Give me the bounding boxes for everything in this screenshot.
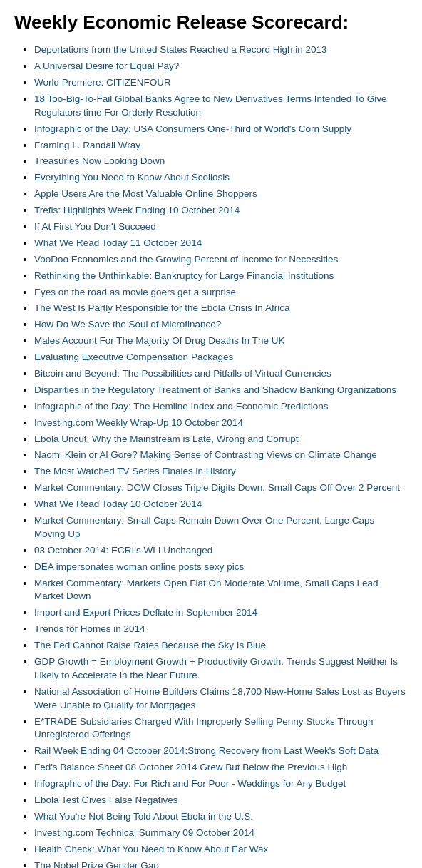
list-item: 03 October 2014: ECRI's WLI Unchanged bbox=[34, 544, 408, 558]
article-link[interactable]: Rethinking the Unthinkable: Bankruptcy f… bbox=[34, 270, 334, 281]
article-link[interactable]: Ebola Uncut: Why the Mainstream is Late,… bbox=[34, 434, 298, 444]
article-link[interactable]: The Nobel Prize Gender Gap bbox=[34, 860, 159, 868]
list-item: Import and Export Prices Deflate in Sept… bbox=[34, 606, 408, 620]
list-item: Eyes on the road as movie goers get a su… bbox=[34, 286, 408, 300]
list-item: E*TRADE Subsidiaries Charged With Improp… bbox=[34, 715, 408, 742]
article-link[interactable]: DEA impersonates woman online posts sexy… bbox=[34, 561, 244, 572]
list-item: What We Read Today 10 October 2014 bbox=[34, 498, 408, 511]
list-item: 18 Too-Big-To-Fail Global Banks Agree to… bbox=[34, 93, 408, 120]
list-item: Ebola Uncut: Why the Mainstream is Late,… bbox=[34, 433, 408, 446]
list-item: What We Read Today 11 October 2014 bbox=[34, 237, 408, 250]
article-link[interactable]: Evaluating Executive Compensation Packag… bbox=[34, 352, 233, 362]
article-link[interactable]: Fed's Balance Sheet 08 October 2014 Grew… bbox=[34, 762, 347, 772]
list-item: How Do We Save the Soul of Microfinance? bbox=[34, 318, 408, 332]
list-item: Market Commentary: Small Caps Remain Dow… bbox=[34, 514, 408, 541]
list-item: Deportations from the United States Reac… bbox=[34, 44, 408, 57]
page-title: Weekly Economic Release Scorecard: bbox=[14, 11, 408, 34]
article-link[interactable]: World Premiere: CITIZENFOUR bbox=[34, 77, 171, 88]
article-link[interactable]: Males Account For The Majority Of Drug D… bbox=[34, 335, 284, 346]
list-item: Market Commentary: Markets Open Flat On … bbox=[34, 577, 408, 604]
list-item: Ebola Test Gives False Negatives bbox=[34, 794, 408, 807]
list-item: What You're Not Being Told About Ebola i… bbox=[34, 810, 408, 824]
list-item: Treasuries Now Looking Down bbox=[34, 155, 408, 168]
article-link[interactable]: The Fed Cannot Raise Rates Because the S… bbox=[34, 640, 266, 650]
article-link[interactable]: Treasuries Now Looking Down bbox=[34, 155, 165, 166]
list-item: The West Is Partly Responsible for the E… bbox=[34, 302, 408, 315]
article-link[interactable]: Deportations from the United States Reac… bbox=[34, 44, 326, 55]
list-item: Trends for Homes in 2014 bbox=[34, 623, 408, 636]
list-item: The Nobel Prize Gender Gap bbox=[34, 859, 408, 868]
article-link[interactable]: What We Read Today 11 October 2014 bbox=[34, 238, 202, 248]
article-link[interactable]: Import and Export Prices Deflate in Sept… bbox=[34, 607, 257, 618]
article-link[interactable]: The West Is Partly Responsible for the E… bbox=[34, 302, 289, 313]
list-item: Everything You Need to Know About Scolio… bbox=[34, 171, 408, 185]
list-item: DEA impersonates woman online posts sexy… bbox=[34, 561, 408, 574]
article-link[interactable]: Trefis: Highlights Week Ending 10 Octobe… bbox=[34, 205, 240, 215]
article-link[interactable]: Bitcoin and Beyond: The Possibilities an… bbox=[34, 368, 331, 379]
article-link[interactable]: Rail Week Ending 04 October 2014:Strong … bbox=[34, 745, 379, 756]
list-item: Fed's Balance Sheet 08 October 2014 Grew… bbox=[34, 761, 408, 775]
article-link[interactable]: National Association of Home Builders Cl… bbox=[34, 686, 406, 710]
list-item: Disparities in the Regulatory Treatment … bbox=[34, 384, 408, 397]
article-link[interactable]: Market Commentary: Small Caps Remain Dow… bbox=[34, 515, 374, 539]
list-item: Apple Users Are the Most Valuable Online… bbox=[34, 188, 408, 201]
list-item: World Premiere: CITIZENFOUR bbox=[34, 76, 408, 90]
article-link[interactable]: Apple Users Are the Most Valuable Online… bbox=[34, 188, 257, 199]
list-item: Infographic of the Day: For Rich and For… bbox=[34, 777, 408, 791]
article-link[interactable]: The Most Watched TV Series Finales in Hi… bbox=[34, 466, 236, 476]
article-link[interactable]: 03 October 2014: ECRI's WLI Unchanged bbox=[34, 545, 212, 556]
article-link[interactable]: Everything You Need to Know About Scolio… bbox=[34, 172, 230, 183]
list-item: Rail Week Ending 04 October 2014:Strong … bbox=[34, 745, 408, 758]
article-link[interactable]: Eyes on the road as movie goers get a su… bbox=[34, 287, 236, 297]
list-item: Trefis: Highlights Week Ending 10 Octobe… bbox=[34, 204, 408, 218]
article-link[interactable]: Naomi Klein or Al Gore? Making Sense of … bbox=[34, 449, 377, 460]
list-item: National Association of Home Builders Cl… bbox=[34, 685, 408, 713]
article-link[interactable]: Infographic of the Day: USA Consumers On… bbox=[34, 123, 351, 134]
list-item: Market Commentary: DOW Closes Triple Dig… bbox=[34, 481, 408, 495]
list-item: Evaluating Executive Compensation Packag… bbox=[34, 351, 408, 364]
article-link[interactable]: How Do We Save the Soul of Microfinance? bbox=[34, 319, 221, 330]
article-link[interactable]: Market Commentary: DOW Closes Triple Dig… bbox=[34, 482, 400, 493]
article-link[interactable]: If At First You Don't Succeed bbox=[34, 221, 156, 232]
list-item: Males Account For The Majority Of Drug D… bbox=[34, 335, 408, 348]
list-item: If At First You Don't Succeed bbox=[34, 220, 408, 234]
article-link[interactable]: Ebola Test Gives False Negatives bbox=[34, 795, 178, 805]
list-item: Rethinking the Unthinkable: Bankruptcy f… bbox=[34, 270, 408, 283]
list-item: A Universal Desire for Equal Pay? bbox=[34, 60, 408, 73]
list-item: GDP Growth = Employment Growth + Product… bbox=[34, 655, 408, 683]
article-link[interactable]: Investing.com Weekly Wrap-Up 10 October … bbox=[34, 417, 243, 428]
list-item: Framing L. Randall Wray bbox=[34, 139, 408, 153]
list-item: The Fed Cannot Raise Rates Because the S… bbox=[34, 639, 408, 653]
list-item: Health Check: What You Need to Know Abou… bbox=[34, 843, 408, 857]
article-link[interactable]: GDP Growth = Employment Growth + Product… bbox=[34, 656, 398, 680]
article-link[interactable]: Trends for Homes in 2014 bbox=[34, 623, 145, 634]
list-item: Investing.com Technical Summary 09 Octob… bbox=[34, 827, 408, 840]
article-link[interactable]: What We Read Today 10 October 2014 bbox=[34, 499, 202, 509]
list-item: Naomi Klein or Al Gore? Making Sense of … bbox=[34, 449, 408, 462]
list-item: Infographic of the Day: The Hemline Inde… bbox=[34, 400, 408, 414]
article-link[interactable]: Investing.com Technical Summary 09 Octob… bbox=[34, 827, 254, 838]
list-item: The Most Watched TV Series Finales in Hi… bbox=[34, 465, 408, 479]
article-link[interactable]: Infographic of the Day: The Hemline Inde… bbox=[34, 401, 328, 412]
article-link[interactable]: Framing L. Randall Wray bbox=[34, 140, 140, 150]
list-item: Investing.com Weekly Wrap-Up 10 October … bbox=[34, 417, 408, 430]
article-link[interactable]: E*TRADE Subsidiaries Charged With Improp… bbox=[34, 716, 373, 740]
list-item: Bitcoin and Beyond: The Possibilities an… bbox=[34, 367, 408, 381]
list-item: Infographic of the Day: USA Consumers On… bbox=[34, 123, 408, 136]
article-link[interactable]: A Universal Desire for Equal Pay? bbox=[34, 61, 179, 71]
article-list: Deportations from the United States Reac… bbox=[14, 44, 408, 868]
article-link[interactable]: Infographic of the Day: For Rich and For… bbox=[34, 778, 346, 789]
article-link[interactable]: What You're Not Being Told About Ebola i… bbox=[34, 811, 253, 822]
article-link[interactable]: VooDoo Economics and the Growing Percent… bbox=[34, 254, 338, 265]
article-link[interactable]: Disparities in the Regulatory Treatment … bbox=[34, 384, 396, 395]
article-link[interactable]: Market Commentary: Markets Open Flat On … bbox=[34, 578, 378, 602]
article-link[interactable]: Health Check: What You Need to Know Abou… bbox=[34, 844, 268, 854]
list-item: VooDoo Economics and the Growing Percent… bbox=[34, 253, 408, 267]
article-link[interactable]: 18 Too-Big-To-Fail Global Banks Agree to… bbox=[34, 93, 387, 118]
